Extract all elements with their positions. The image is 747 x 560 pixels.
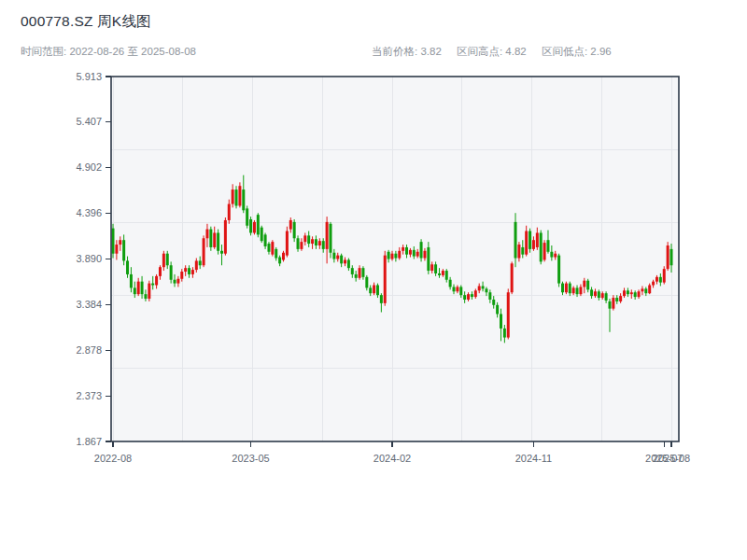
candle-body <box>623 290 626 296</box>
candle-body <box>459 287 462 295</box>
candle-body <box>634 292 637 297</box>
candle-body <box>511 263 514 292</box>
candle-body <box>405 247 408 255</box>
candle-body <box>361 268 364 277</box>
candle-body <box>391 254 394 259</box>
candle-body <box>199 260 202 265</box>
candle-body <box>557 256 560 284</box>
candle-body <box>376 286 379 296</box>
candle-body <box>275 249 277 259</box>
y-tick-label: 2.373 <box>76 390 102 401</box>
candle-body <box>359 268 361 278</box>
candle-body <box>184 268 187 272</box>
candle-body <box>144 294 147 299</box>
candle-body <box>347 259 350 268</box>
y-tick-label: 3.890 <box>76 253 102 264</box>
candle-body <box>612 298 614 309</box>
candle-body <box>388 252 390 259</box>
candle-body <box>605 293 608 301</box>
candle-body <box>373 286 375 294</box>
candle-body <box>619 296 622 301</box>
candle-body <box>670 249 673 265</box>
y-tick-label: 4.902 <box>76 161 102 173</box>
candle-body <box>474 290 477 297</box>
candle-body <box>213 232 216 246</box>
candle-body <box>315 239 317 245</box>
candle-body <box>151 284 154 286</box>
candle-body <box>423 251 426 259</box>
candle-body <box>322 241 325 249</box>
candle-body <box>380 295 383 303</box>
candle-body <box>576 287 579 294</box>
candle-body <box>228 204 231 220</box>
candle-body <box>289 220 292 230</box>
candle-body <box>445 271 448 280</box>
kline-chart: 5.9135.4074.9024.3963.8903.3842.8782.373… <box>0 0 747 560</box>
candle-body <box>521 247 524 255</box>
candle-body <box>267 244 270 252</box>
candle-body <box>257 215 260 234</box>
candle-body <box>220 251 223 254</box>
candle-body <box>525 231 528 255</box>
y-tick-label: 4.396 <box>76 207 102 218</box>
candle-body <box>384 256 387 303</box>
candle-body <box>326 222 329 249</box>
candle-body <box>471 294 473 297</box>
candle-body <box>641 288 643 291</box>
candle-body <box>598 291 600 298</box>
candle-body <box>303 235 306 242</box>
candle-body <box>307 235 310 244</box>
candle-body <box>180 272 183 279</box>
candle-body <box>482 286 485 288</box>
candle-body <box>601 293 604 298</box>
candle-body <box>351 268 354 274</box>
candle-body <box>235 189 238 205</box>
candle-body <box>336 256 339 259</box>
candle-body <box>242 189 245 210</box>
candle-body <box>112 229 115 254</box>
candle-body <box>579 287 582 294</box>
candle-body <box>529 231 531 249</box>
y-tick-label: 5.913 <box>76 71 102 82</box>
candle-body <box>453 287 456 291</box>
candle-body <box>278 258 281 264</box>
candle-body <box>594 291 597 296</box>
candle-body <box>442 271 444 275</box>
candle-body <box>427 247 430 271</box>
candle-body <box>514 222 517 259</box>
candle-body <box>130 274 133 287</box>
candle-body <box>517 245 520 258</box>
candle-body <box>297 238 300 249</box>
candle-body <box>608 301 611 309</box>
candle-body <box>478 286 481 290</box>
candle-body <box>332 253 335 259</box>
candle-body <box>648 286 651 294</box>
x-tick-label: 2024-02 <box>374 453 411 464</box>
candle-body <box>282 253 285 260</box>
x-tick-label: 2022-08 <box>94 453 132 464</box>
candle-body <box>503 329 506 338</box>
candle-body <box>565 284 568 293</box>
candle-body <box>667 245 669 269</box>
candle-body <box>134 287 136 294</box>
candle-body <box>586 281 589 290</box>
candle-body <box>554 254 557 258</box>
candle-body <box>663 269 666 282</box>
candle-body <box>496 305 499 315</box>
candle-body <box>170 265 173 279</box>
candle-body <box>543 243 546 259</box>
candle-body <box>217 232 219 250</box>
candle-body <box>488 292 491 300</box>
candle-body <box>413 250 416 257</box>
candle-body <box>166 254 169 266</box>
candle-body <box>203 238 205 265</box>
candle-body <box>546 240 549 252</box>
candle-body <box>141 282 144 295</box>
candle-body <box>572 287 575 293</box>
candle-body <box>627 290 629 294</box>
candle-body <box>532 240 535 249</box>
candle-body <box>122 240 125 260</box>
candle-body <box>434 264 437 273</box>
y-tick-label: 2.878 <box>76 344 102 356</box>
candle-body <box>209 230 212 247</box>
